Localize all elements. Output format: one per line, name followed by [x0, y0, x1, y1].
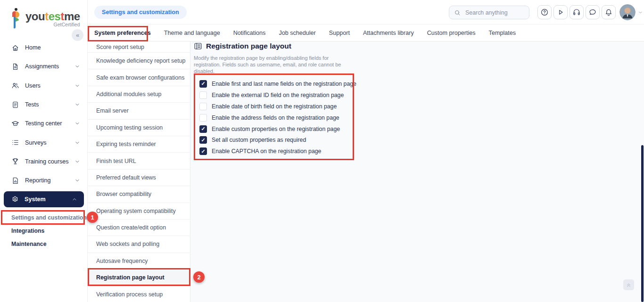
settings-item-autosave-frequency[interactable]: Autosave frequency: [88, 253, 190, 269]
users-icon: [11, 82, 19, 90]
help-button[interactable]: [537, 5, 552, 19]
checkbox-label: Enable first and last name fields on the…: [212, 81, 356, 87]
testing-center-icon: [11, 120, 19, 128]
settings-item-expiring-tests-reminder[interactable]: Expiring tests reminder: [88, 136, 190, 153]
sidebar-item-label: Reporting: [25, 177, 69, 184]
tab-job-scheduler[interactable]: Job scheduler: [279, 30, 315, 36]
sidebar-subitem-integrations[interactable]: Integrations: [0, 224, 88, 237]
subitem-label: Maintenance: [11, 241, 46, 247]
reporting-icon: [11, 177, 19, 185]
checkbox-address-fields[interactable]: [199, 114, 207, 122]
collapse-icon: «: [76, 32, 79, 39]
settings-item-preferred-default-views[interactable]: Preferred default views: [88, 170, 190, 186]
sidebar-item-tests[interactable]: Tests: [0, 95, 88, 114]
checkbox-first-last-name[interactable]: [199, 80, 207, 88]
chevron-down-icon: [74, 121, 80, 126]
settings-item-knowledge-deficiency-report-setup[interactable]: Knowledge deficiency report setup: [88, 53, 190, 69]
user-menu[interactable]: [619, 4, 643, 20]
settings-item-score-report-setup[interactable]: Score report setup: [88, 41, 190, 53]
support-button[interactable]: [570, 5, 584, 19]
sidebar-item-label: System: [25, 196, 66, 203]
page-title: Registration page layout: [206, 42, 291, 50]
sidebar-item-label: Assignments: [25, 63, 69, 70]
tab-system-preferences[interactable]: System preferences: [94, 30, 151, 36]
scrollbar-thumb[interactable]: [641, 145, 644, 302]
tests-icon: [11, 101, 19, 109]
avatar: [619, 4, 636, 20]
gear-icon: [11, 196, 19, 203]
checkbox-captcha[interactable]: [199, 147, 207, 155]
settings-item-additional-modules-setup[interactable]: Additional modules setup: [88, 86, 190, 103]
sidebar-item-reporting[interactable]: Reporting: [0, 171, 88, 190]
chevron-down-icon: [638, 10, 643, 15]
option-row: Enable custom properties on the registra…: [199, 123, 356, 135]
breadcrumb[interactable]: Settings and customization: [94, 6, 187, 19]
checkbox-date-of-birth[interactable]: [199, 103, 207, 110]
tab-support[interactable]: Support: [329, 30, 350, 36]
checkbox-label: Set all custom properties as required: [212, 137, 306, 143]
chevron-down-icon: [74, 178, 80, 183]
sidebar-item-users[interactable]: Users: [0, 76, 88, 95]
breadcrumb-label: Settings and customization: [102, 9, 179, 16]
settings-item-finish-test-url[interactable]: Finish test URL: [88, 153, 190, 169]
settings-item-email-server[interactable]: Email server: [88, 103, 190, 119]
chevron-down-icon: [74, 159, 80, 164]
sidebar-item-testing-center[interactable]: Testing center: [0, 114, 88, 133]
notifications-button[interactable]: [602, 5, 616, 19]
sidebar: youtestme GetCertified « Home Assignment…: [0, 0, 88, 302]
sidebar-item-label: Tests: [25, 101, 69, 108]
tab-templates[interactable]: Templates: [489, 30, 516, 36]
search-input[interactable]: [464, 9, 521, 16]
settings-item-registration-page-layout[interactable]: Registration page layout: [88, 269, 190, 286]
sidebar-item-training-courses[interactable]: Training courses: [0, 152, 88, 171]
play-icon: [556, 8, 565, 16]
system-submenu: Settings and customization Integrations …: [0, 211, 88, 251]
checkbox-label: Enable date of birth field on the regist…: [212, 103, 337, 110]
option-row: Enable the external ID field on the regi…: [199, 90, 356, 101]
global-search: [449, 6, 529, 19]
checkbox-label: Enable the address fields on the registr…: [212, 114, 339, 121]
settings-item-safe-exam-browser-configurations[interactable]: Safe exam browser configurations: [88, 69, 190, 86]
question-circle-icon: [540, 8, 549, 16]
settings-item-browser-compatibility[interactable]: Browser compatibility: [88, 186, 190, 203]
assignments-icon: [11, 63, 19, 71]
annotation-badge-2: 2: [193, 271, 205, 283]
chevron-up-icon: [72, 196, 77, 202]
sidebar-item-label: Surveys: [25, 139, 69, 146]
search-icon: [454, 9, 461, 16]
settings-item-web-sockets-and-polling[interactable]: Web sockets and polling: [88, 236, 190, 253]
sidebar-subitem-settings-and-customization[interactable]: Settings and customization: [0, 211, 88, 224]
messages-button[interactable]: [586, 5, 600, 19]
surveys-icon: [11, 139, 19, 147]
checkbox-label: Enable the external ID field on the regi…: [212, 92, 344, 98]
tab-custom-properties[interactable]: Custom properties: [427, 30, 476, 36]
chevron-down-icon: [74, 64, 80, 69]
scroll-to-top-button[interactable]: [623, 279, 634, 290]
main-content: Registration page layout Modify the regi…: [190, 41, 644, 302]
youtestme-logo[interactable]: youtestme GetCertified: [9, 8, 80, 29]
sidebar-item-system[interactable]: System: [4, 191, 84, 207]
sidebar-item-home[interactable]: Home: [0, 38, 88, 57]
settings-item-operating-system-compatibility[interactable]: Operating system compatibility: [88, 203, 190, 220]
sidebar-item-label: Testing center: [25, 120, 69, 127]
page-layout-icon: [194, 42, 202, 50]
settings-item-verification-process-setup[interactable]: Verification process setup: [88, 286, 190, 302]
checkbox-external-id[interactable]: [199, 91, 207, 99]
option-row: Enable the address fields on the registr…: [199, 112, 356, 123]
tutorials-button[interactable]: [553, 5, 568, 19]
checkbox-custom-properties[interactable]: [199, 125, 207, 133]
tab-notifications[interactable]: Notifications: [233, 30, 266, 36]
sidebar-subitem-maintenance[interactable]: Maintenance: [0, 237, 88, 251]
sidebar-item-assignments[interactable]: Assignments: [0, 57, 88, 76]
bell-icon: [604, 8, 613, 16]
settings-item-upcoming-testing-session[interactable]: Upcoming testing session: [88, 120, 190, 136]
page-description: Modify the registration page by enabling…: [194, 55, 356, 74]
sidebar-item-surveys[interactable]: Surveys: [0, 133, 88, 152]
settings-item-question-create-edit-option[interactable]: Question create/edit option: [88, 220, 190, 236]
sidebar-item-label: Home: [25, 44, 80, 51]
checkbox-custom-properties-required[interactable]: [199, 136, 207, 144]
tab-attachments-library[interactable]: Attachments library: [363, 30, 414, 36]
checkbox-label: Enable custom properties on the registra…: [212, 126, 340, 132]
tab-theme-and-language[interactable]: Theme and language: [164, 30, 220, 36]
sidebar-item-label: Training courses: [25, 158, 69, 165]
